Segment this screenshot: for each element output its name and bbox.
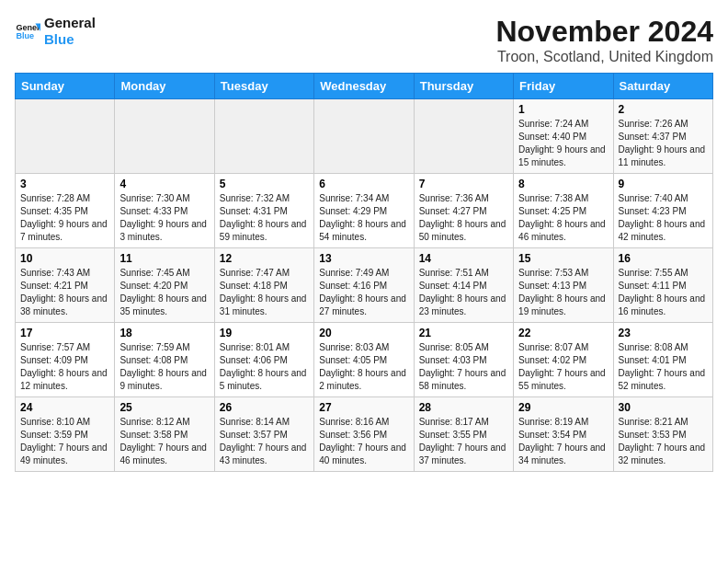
logo-icon: General Blue xyxy=(15,18,40,44)
day-number: 22 xyxy=(518,327,608,339)
day-number: 26 xyxy=(220,401,309,414)
day-info: Sunrise: 7:49 AMSunset: 4:16 PMDaylight:… xyxy=(319,267,408,318)
day-info: Sunrise: 7:51 AMSunset: 4:14 PMDaylight:… xyxy=(419,267,508,318)
day-info: Sunrise: 7:57 AMSunset: 4:09 PMDaylight:… xyxy=(20,341,109,393)
day-number: 18 xyxy=(119,327,209,339)
day-info: Sunrise: 7:36 AMSunset: 4:27 PMDaylight:… xyxy=(419,192,508,244)
day-number: 17 xyxy=(20,327,109,339)
day-cell: 1Sunrise: 7:24 AMSunset: 4:40 PMDaylight… xyxy=(514,99,613,174)
weekday-header-thursday: Thursday xyxy=(414,74,513,99)
day-cell xyxy=(414,99,513,174)
day-cell: 3Sunrise: 7:28 AMSunset: 4:35 PMDaylight… xyxy=(16,174,115,248)
day-info: Sunrise: 8:01 AMSunset: 4:06 PMDaylight:… xyxy=(220,341,309,393)
day-number: 15 xyxy=(518,252,608,265)
day-cell: 23Sunrise: 8:08 AMSunset: 4:01 PMDayligh… xyxy=(613,323,712,397)
day-info: Sunrise: 8:16 AMSunset: 3:56 PMDaylight:… xyxy=(319,416,408,467)
day-info: Sunrise: 7:47 AMSunset: 4:18 PMDaylight:… xyxy=(220,267,309,318)
day-cell: 12Sunrise: 7:47 AMSunset: 4:18 PMDayligh… xyxy=(214,248,313,323)
weekday-header-wednesday: Wednesday xyxy=(314,74,414,99)
day-cell: 29Sunrise: 8:19 AMSunset: 3:54 PMDayligh… xyxy=(514,397,613,472)
day-number: 25 xyxy=(119,401,209,414)
day-cell: 24Sunrise: 8:10 AMSunset: 3:59 PMDayligh… xyxy=(16,397,115,472)
title-block: November 2024 Troon, Scotland, United Ki… xyxy=(495,15,713,65)
day-cell: 16Sunrise: 7:55 AMSunset: 4:11 PMDayligh… xyxy=(613,248,712,323)
day-cell: 25Sunrise: 8:12 AMSunset: 3:58 PMDayligh… xyxy=(115,397,214,472)
weekday-header-friday: Friday xyxy=(514,74,613,99)
week-row-3: 10Sunrise: 7:43 AMSunset: 4:21 PMDayligh… xyxy=(16,248,713,323)
day-info: Sunrise: 7:53 AMSunset: 4:13 PMDaylight:… xyxy=(518,267,608,318)
header: General Blue General Blue November 2024 … xyxy=(15,15,713,65)
day-cell: 17Sunrise: 7:57 AMSunset: 4:09 PMDayligh… xyxy=(16,323,115,397)
calendar-table: SundayMondayTuesdayWednesdayThursdayFrid… xyxy=(15,73,713,472)
day-info: Sunrise: 8:07 AMSunset: 4:02 PMDaylight:… xyxy=(518,341,608,393)
day-cell: 13Sunrise: 7:49 AMSunset: 4:16 PMDayligh… xyxy=(314,248,414,323)
day-info: Sunrise: 7:28 AMSunset: 4:35 PMDaylight:… xyxy=(20,192,109,244)
logo-blue: Blue xyxy=(44,31,74,47)
day-number: 27 xyxy=(319,401,408,414)
day-number: 7 xyxy=(419,178,508,190)
location-title: Troon, Scotland, United Kingdom xyxy=(495,49,713,65)
weekday-header-row: SundayMondayTuesdayWednesdayThursdayFrid… xyxy=(16,74,713,99)
day-cell: 26Sunrise: 8:14 AMSunset: 3:57 PMDayligh… xyxy=(214,397,313,472)
day-cell: 19Sunrise: 8:01 AMSunset: 4:06 PMDayligh… xyxy=(214,323,313,397)
day-number: 30 xyxy=(619,401,708,414)
day-cell: 20Sunrise: 8:03 AMSunset: 4:05 PMDayligh… xyxy=(314,323,414,397)
day-number: 13 xyxy=(319,252,408,265)
weekday-header-tuesday: Tuesday xyxy=(214,74,313,99)
day-number: 16 xyxy=(619,252,708,265)
week-row-5: 24Sunrise: 8:10 AMSunset: 3:59 PMDayligh… xyxy=(16,397,713,472)
day-info: Sunrise: 7:34 AMSunset: 4:29 PMDaylight:… xyxy=(319,192,408,244)
day-info: Sunrise: 8:05 AMSunset: 4:03 PMDaylight:… xyxy=(419,341,508,393)
weekday-header-sunday: Sunday xyxy=(16,74,115,99)
day-number: 8 xyxy=(518,178,608,190)
day-cell: 22Sunrise: 8:07 AMSunset: 4:02 PMDayligh… xyxy=(514,323,613,397)
day-cell: 2Sunrise: 7:26 AMSunset: 4:37 PMDaylight… xyxy=(613,99,712,174)
day-info: Sunrise: 7:30 AMSunset: 4:33 PMDaylight:… xyxy=(119,192,209,244)
day-number: 5 xyxy=(220,178,309,190)
day-cell: 7Sunrise: 7:36 AMSunset: 4:27 PMDaylight… xyxy=(414,174,513,248)
day-number: 10 xyxy=(20,252,109,265)
day-number: 6 xyxy=(319,178,408,190)
day-cell: 11Sunrise: 7:45 AMSunset: 4:20 PMDayligh… xyxy=(115,248,214,323)
day-info: Sunrise: 7:38 AMSunset: 4:25 PMDaylight:… xyxy=(518,192,608,244)
day-cell: 30Sunrise: 8:21 AMSunset: 3:53 PMDayligh… xyxy=(613,397,712,472)
day-info: Sunrise: 8:19 AMSunset: 3:54 PMDaylight:… xyxy=(518,416,608,467)
day-info: Sunrise: 7:40 AMSunset: 4:23 PMDaylight:… xyxy=(619,192,708,244)
day-info: Sunrise: 8:10 AMSunset: 3:59 PMDaylight:… xyxy=(20,416,109,467)
day-info: Sunrise: 8:14 AMSunset: 3:57 PMDaylight:… xyxy=(220,416,309,467)
day-info: Sunrise: 7:32 AMSunset: 4:31 PMDaylight:… xyxy=(220,192,309,244)
weekday-header-saturday: Saturday xyxy=(613,74,712,99)
logo: General Blue General Blue xyxy=(15,15,96,48)
day-number: 23 xyxy=(619,327,708,339)
day-cell: 15Sunrise: 7:53 AMSunset: 4:13 PMDayligh… xyxy=(514,248,613,323)
weekday-header-monday: Monday xyxy=(115,74,214,99)
day-number: 9 xyxy=(619,178,708,190)
day-number: 29 xyxy=(518,401,608,414)
day-cell: 6Sunrise: 7:34 AMSunset: 4:29 PMDaylight… xyxy=(314,174,414,248)
day-info: Sunrise: 7:45 AMSunset: 4:20 PMDaylight:… xyxy=(119,267,209,318)
svg-text:Blue: Blue xyxy=(16,31,34,40)
day-number: 19 xyxy=(220,327,309,339)
day-cell: 5Sunrise: 7:32 AMSunset: 4:31 PMDaylight… xyxy=(214,174,313,248)
day-info: Sunrise: 8:21 AMSunset: 3:53 PMDaylight:… xyxy=(619,416,708,467)
week-row-2: 3Sunrise: 7:28 AMSunset: 4:35 PMDaylight… xyxy=(16,174,713,248)
day-number: 1 xyxy=(518,103,608,116)
day-number: 12 xyxy=(220,252,309,265)
day-cell: 4Sunrise: 7:30 AMSunset: 4:33 PMDaylight… xyxy=(115,174,214,248)
week-row-1: 1Sunrise: 7:24 AMSunset: 4:40 PMDaylight… xyxy=(16,99,713,174)
day-number: 2 xyxy=(619,103,708,116)
day-number: 24 xyxy=(20,401,109,414)
logo-general: General xyxy=(44,15,96,30)
day-cell: 14Sunrise: 7:51 AMSunset: 4:14 PMDayligh… xyxy=(414,248,513,323)
day-cell: 9Sunrise: 7:40 AMSunset: 4:23 PMDaylight… xyxy=(613,174,712,248)
day-cell: 10Sunrise: 7:43 AMSunset: 4:21 PMDayligh… xyxy=(16,248,115,323)
day-cell: 27Sunrise: 8:16 AMSunset: 3:56 PMDayligh… xyxy=(314,397,414,472)
day-info: Sunrise: 7:55 AMSunset: 4:11 PMDaylight:… xyxy=(619,267,708,318)
day-info: Sunrise: 7:26 AMSunset: 4:37 PMDaylight:… xyxy=(619,118,708,169)
day-info: Sunrise: 8:17 AMSunset: 3:55 PMDaylight:… xyxy=(419,416,508,467)
day-info: Sunrise: 8:12 AMSunset: 3:58 PMDaylight:… xyxy=(119,416,209,467)
day-cell: 18Sunrise: 7:59 AMSunset: 4:08 PMDayligh… xyxy=(115,323,214,397)
day-number: 14 xyxy=(419,252,508,265)
day-cell xyxy=(115,99,214,174)
day-number: 21 xyxy=(419,327,508,339)
